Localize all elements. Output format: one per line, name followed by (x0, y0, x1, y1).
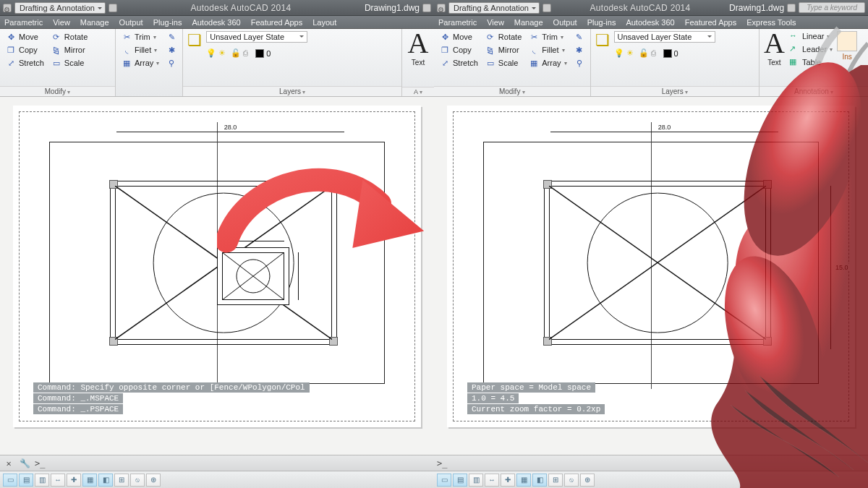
move-button[interactable]: ✥Move (4, 31, 46, 43)
command-input-bar[interactable]: ✕ 🔧 >_ (0, 455, 434, 471)
panel-title[interactable]: A (402, 87, 434, 96)
gear-icon[interactable] (437, 4, 446, 12)
tool-icon[interactable]: ✎ (165, 31, 178, 43)
text-tool-icon[interactable]: A (764, 31, 785, 56)
status-toggle[interactable]: ✚ (501, 474, 515, 487)
layer-name: 0 (266, 49, 271, 58)
mirror-button[interactable]: ⧎Mirror (50, 44, 89, 56)
status-toggle[interactable]: ▥ (35, 474, 49, 487)
scale-button[interactable]: ▭Scale (484, 57, 523, 69)
layer-state-dropdown[interactable]: Unsaved Layer State (614, 31, 715, 43)
qat-button[interactable] (109, 4, 117, 12)
layer-state-dropdown[interactable]: Unsaved Layer State (206, 31, 307, 43)
close-button[interactable] (787, 4, 796, 12)
menu-item[interactable]: Output (553, 18, 577, 27)
status-toggle[interactable]: ⊞ (548, 474, 563, 487)
panel-layers: ❏ Unsaved Layer State 💡 ☀ 🔓 ⎙ 0 Laye (591, 29, 760, 96)
insert-block-icon[interactable] (837, 31, 857, 51)
menu-item[interactable]: Plug-ins (587, 18, 616, 27)
status-toggle[interactable]: ⊕ (146, 474, 161, 487)
scale-icon: ▭ (485, 58, 495, 68)
status-toggle[interactable]: ▤ (453, 474, 467, 487)
menu-item[interactable]: Plug-ins (153, 18, 182, 27)
text-tool-icon[interactable]: A (408, 31, 429, 56)
status-toggle[interactable]: ⊞ (114, 474, 129, 487)
status-toggle[interactable]: ⊕ (580, 474, 595, 487)
panel-title[interactable]: Layers (183, 86, 401, 96)
wrench-icon[interactable]: 🔧 (19, 458, 30, 469)
command-input-bar[interactable]: >_ (434, 455, 868, 471)
status-toggle[interactable]: ↔ (51, 474, 65, 487)
menu-item[interactable]: View (487, 18, 504, 27)
rotate-button[interactable]: ⟳Rotate (50, 31, 89, 43)
status-toggle[interactable]: ⍉ (130, 474, 145, 487)
menu-item[interactable]: View (53, 18, 70, 27)
floating-viewport[interactable] (217, 247, 289, 305)
panel-title[interactable]: Modify (434, 86, 590, 96)
array-button[interactable]: ▦Array (120, 57, 161, 69)
menu-item[interactable]: Output (119, 18, 143, 27)
tool-icon[interactable]: ✎ (573, 31, 586, 43)
workspace-selector[interactable]: Drafting & Annotation (14, 2, 106, 14)
status-toggle[interactable]: ▭ (437, 474, 451, 487)
status-toggle[interactable]: ◧ (532, 474, 547, 487)
copy-button[interactable]: ❐Copy (4, 44, 46, 56)
minimize-button[interactable] (422, 4, 431, 12)
menu-item[interactable]: Parametric (438, 18, 477, 27)
status-toggle[interactable]: ◧ (98, 474, 113, 487)
stretch-button[interactable]: ⤢Stretch (438, 57, 480, 69)
menu-item[interactable]: Express Tools (746, 18, 796, 27)
qat-button[interactable] (542, 4, 551, 12)
layer-current-dropdown[interactable]: 💡 ☀ 🔓 ⎙ 0 (614, 48, 715, 59)
viewport[interactable]: 28.0 15.0 (483, 142, 819, 384)
mirror-button[interactable]: ⧎Mirror (484, 44, 523, 56)
search-box[interactable]: Type a keyword (799, 2, 865, 13)
drawing-area[interactable]: 28.0 Comman (0, 97, 434, 471)
scale-button[interactable]: ▭Scale (50, 57, 89, 69)
status-toggle[interactable]: ↔ (485, 474, 499, 487)
rotate-button[interactable]: ⟳Rotate (484, 31, 523, 43)
linear-button[interactable]: ↔Linear (789, 31, 833, 41)
drawing-area[interactable]: 28.0 15.0 Paper space = Model space (434, 97, 868, 471)
trim-button[interactable]: ✂Trim (120, 31, 161, 43)
status-toggle[interactable]: ▦ (516, 474, 531, 487)
status-toggle[interactable]: ▤ (19, 474, 33, 487)
menu-item[interactable]: Manage (514, 18, 543, 27)
leader-button[interactable]: ↗Leader (789, 44, 833, 54)
mirror-icon: ⧎ (51, 45, 61, 55)
fillet-button[interactable]: ◟Fillet (527, 44, 568, 56)
menu-item[interactable]: Featured Apps (251, 18, 303, 27)
menu-item[interactable]: Autodesk 360 (626, 18, 674, 27)
tool-icon[interactable]: ⚲ (165, 57, 178, 69)
tool-icon[interactable]: ✱ (573, 44, 586, 56)
panel-title[interactable]: Modify (0, 86, 115, 96)
trim-button[interactable]: ✂Trim (527, 31, 568, 43)
menu-item[interactable]: Featured Apps (685, 18, 737, 27)
status-toggle[interactable]: ⍉ (564, 474, 579, 487)
fillet-button[interactable]: ◟Fillet (120, 44, 161, 56)
layer-properties-icon[interactable]: ❏ (187, 31, 202, 50)
status-toggle[interactable]: ▦ (82, 474, 97, 487)
table-button[interactable]: ▦Table (789, 57, 833, 67)
panel-title[interactable]: Annotation (760, 86, 868, 96)
status-toggle[interactable]: ▭ (3, 474, 17, 487)
layer-current-dropdown[interactable]: 💡 ☀ 🔓 ⎙ 0 (206, 48, 307, 59)
gear-icon[interactable] (3, 4, 12, 12)
stretch-button[interactable]: ⤢Stretch (4, 57, 46, 69)
tool-icon[interactable]: ⚲ (573, 57, 586, 69)
array-button[interactable]: ▦Array (527, 57, 568, 69)
menu-item[interactable]: Layout (312, 18, 336, 27)
copy-button[interactable]: ❐Copy (438, 44, 480, 56)
move-button[interactable]: ✥Move (438, 31, 480, 43)
menu-item[interactable]: Manage (80, 18, 109, 27)
menu-item[interactable]: Autodesk 360 (192, 18, 240, 27)
layer-properties-icon[interactable]: ❏ (595, 31, 610, 50)
status-toggle[interactable]: ▥ (469, 474, 483, 487)
panel-title[interactable]: Layers (591, 86, 759, 96)
workspace-selector[interactable]: Drafting & Annotation (448, 2, 540, 14)
menu-item[interactable]: Parametric (4, 18, 43, 27)
close-icon[interactable]: ✕ (3, 458, 14, 469)
tool-icon[interactable]: ✱ (165, 44, 178, 56)
scale-icon: ▭ (51, 58, 61, 68)
status-toggle[interactable]: ✚ (67, 474, 81, 487)
